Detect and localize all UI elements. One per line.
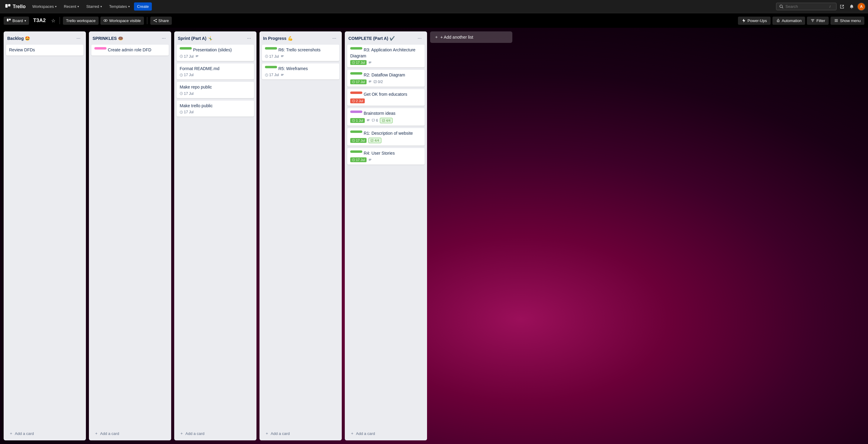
card[interactable]: Get OK from educators 2 Jul [347,89,425,106]
card[interactable]: R1: Description of website 17 Jul 4/4 [347,128,425,145]
card[interactable]: Presentation (slides) 17 Jul [177,45,254,61]
list-footer: ＋ Add a card [345,426,427,440]
clock-icon [352,80,355,83]
clock-icon [265,55,268,58]
svg-line-69 [353,121,354,121]
divider [60,17,60,24]
comment-icon [372,119,375,122]
svg-rect-1 [8,4,10,6]
card-title: R1: Description of website [364,131,413,136]
star-button[interactable]: ☆ [50,16,57,25]
add-card-button[interactable]: ＋ Add a card [91,428,169,439]
card-meta: 17 Jul [265,73,336,77]
card-title: R5: Wireframes [278,66,308,71]
add-card-button[interactable]: ＋ Add a card [177,428,254,439]
card-due-date: 17 Jul [180,55,193,59]
automation-button[interactable]: Automation [772,16,805,25]
card-meta: 17 Jul [180,73,251,77]
card[interactable]: R2: Dataflow Diagram 17 Jul 0/2 [347,70,425,87]
svg-line-76 [353,140,354,141]
description-icon-item [368,80,372,83]
list-sprinkles: SPRINKLES 🍩 ··· Create admin role DFD ＋ … [89,31,171,440]
list-menu-button[interactable]: ··· [416,34,424,42]
card[interactable]: R6: Trello screenshots 17 Jul [262,45,339,61]
recent-button[interactable]: Recent ▾ [61,2,82,10]
card-meta: 17 Jul [180,92,251,96]
show-menu-button[interactable]: Show menu [831,16,864,25]
clock-icon [352,139,355,142]
share-button[interactable]: Share [150,16,172,25]
card[interactable]: Brainstorm ideas 1 Jul 6 4 [347,108,425,126]
clock-icon [180,92,183,95]
list-header: Backlog 🤩 ··· [4,31,86,45]
card-title: Get OK from educators [364,92,407,97]
card[interactable]: Make repo public 17 Jul [177,82,254,98]
board-icon [7,19,11,23]
board-nav: Board ▾ T3A2 ☆ Trello workspace Workspac… [0,13,868,28]
card-title: Presentation (slides) [193,47,232,52]
svg-line-12 [154,21,156,22]
card-meta: 17 Jul [350,60,422,65]
svg-line-80 [353,160,354,160]
description-icon [368,80,372,83]
list-in-progress: In Progress 💪 ··· R6: Trello screenshots… [259,31,342,440]
starred-button[interactable]: Starred ▾ [83,2,105,10]
card-label [350,131,362,133]
filter-button[interactable]: Filter [807,16,829,25]
trello-logo[interactable]: Trello [2,2,28,11]
card[interactable]: R3: Application Architecture Diagram 17 … [347,45,425,67]
add-card-button[interactable]: ＋ Add a card [347,428,425,439]
create-button[interactable]: Create [134,2,152,10]
svg-rect-13 [777,20,779,22]
card-meta: 2 Jul [350,99,422,103]
list-menu-button[interactable]: ··· [160,34,167,42]
card[interactable]: R5: Wireframes 17 Jul [262,63,339,80]
add-card-button[interactable]: ＋ Add a card [6,428,84,439]
svg-point-17 [778,19,778,19]
templates-button[interactable]: Templates ▾ [106,2,133,10]
clock-icon [352,99,355,102]
due-badge: 17 Jul [350,79,367,84]
card[interactable]: Format README.md 17 Jul [177,63,254,80]
notifications-button[interactable] [847,2,856,11]
power-ups-button[interactable]: Power-Ups [738,16,770,25]
clock-icon [265,73,268,77]
card[interactable]: Review DFDs [6,45,84,56]
description-icon-item [367,119,370,122]
list-menu-button[interactable]: ··· [331,34,338,42]
add-list-button[interactable]: ＋ + Add another list [430,31,512,43]
list-cards: Create admin role DFD [89,45,171,426]
workspaces-button[interactable]: Workspaces ▾ [29,2,60,10]
chevron-down-icon: ▾ [100,5,102,8]
card-due-date: 17 Jul [180,73,193,77]
workspace-button[interactable]: Trello workspace [63,16,99,25]
visibility-button[interactable]: Workspace visible [100,16,144,25]
avatar[interactable]: A [857,2,866,11]
card[interactable]: Create admin role DFD [91,45,169,56]
list-cards: Presentation (slides) 17 Jul Format READ… [174,45,256,426]
plus-icon: ＋ [180,431,184,436]
board-view-button[interactable]: Board ▾ [4,16,29,25]
card[interactable]: R4: User Stories 17 Jul [347,148,425,165]
card-meta: 17 Jul [265,55,336,59]
search-bar: / [776,3,837,10]
plus-icon: ＋ [94,431,98,436]
board-title: T3A2 [31,18,49,24]
search-input[interactable] [785,4,828,9]
list-sprint-a: Sprint (Part A) 🤸‍♂️ ··· Presentation (s… [174,31,256,440]
svg-rect-63 [374,81,376,83]
list-menu-button[interactable]: ··· [245,34,253,42]
add-card-button[interactable]: ＋ Add a card [262,428,339,439]
card-due-date: 17 Jul [265,73,279,77]
svg-line-11 [154,20,156,20]
open-button[interactable] [838,2,846,11]
card-label [350,47,362,49]
card[interactable]: Make trello public 17 Jul [177,101,254,117]
card-label [350,150,362,153]
description-icon [368,158,372,162]
svg-point-10 [156,21,157,22]
list-footer: ＋ Add a card [259,426,342,440]
plus-icon: ＋ [265,431,269,436]
list-menu-button[interactable]: ··· [75,34,82,42]
svg-line-59 [353,82,354,82]
